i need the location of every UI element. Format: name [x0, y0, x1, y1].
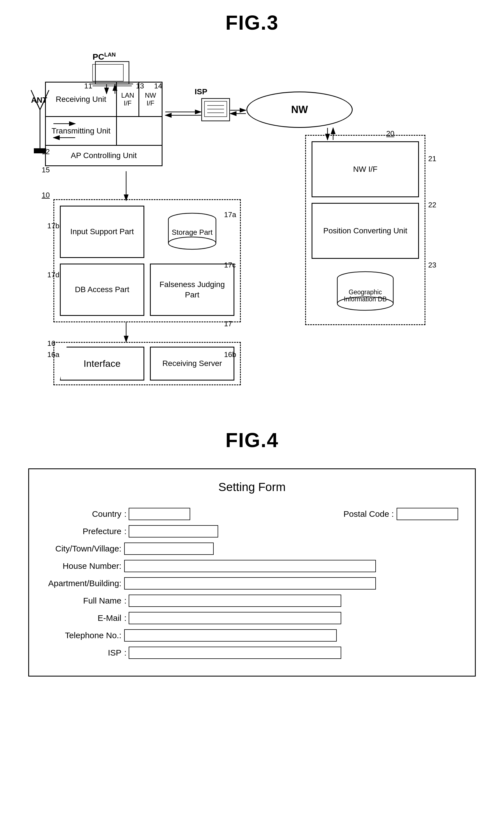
- form-row-isp: ISP :: [46, 647, 458, 659]
- label-10: 10: [42, 191, 50, 200]
- pc-label: PCLAN: [93, 51, 116, 62]
- ap-block: Receiving Unit LAN I/F NW I/F Transmitti…: [45, 82, 162, 166]
- ap-row-middle: Transmitting Unit: [46, 117, 162, 146]
- isp-colon: :: [124, 648, 126, 657]
- ap-row-top: Receiving Unit LAN I/F NW I/F: [46, 83, 162, 117]
- label-21: 21: [428, 154, 436, 163]
- storage-cell: Storage Part: [150, 206, 234, 258]
- email-colon: :: [124, 613, 126, 623]
- tel-input[interactable]: [124, 629, 337, 641]
- form-row-prefecture: Prefecture :: [46, 525, 458, 537]
- email-label: E-Mail: [46, 613, 124, 623]
- form-row-apartment: Apartment/Building:: [46, 577, 458, 590]
- position-converting-cell: Position Converting Unit: [311, 203, 419, 259]
- nw-ellipse: NW: [246, 92, 353, 128]
- interface-cell: Interface: [60, 347, 144, 381]
- city-input[interactable]: [124, 542, 214, 555]
- apartment-label: Apartment/Building:: [46, 579, 124, 588]
- svg-text:Information DB: Information DB: [344, 296, 387, 303]
- lan-if: LAN I/F: [117, 83, 139, 116]
- form-row-city: City/Town/Village:: [46, 542, 458, 555]
- svg-rect-8: [95, 62, 129, 84]
- svg-rect-10: [93, 64, 123, 81]
- label-16b: 16b: [224, 350, 236, 359]
- label-17: 17: [224, 319, 232, 328]
- form-row-tel: Telephone No.:: [46, 629, 458, 641]
- country-input[interactable]: [129, 508, 190, 520]
- label-20: 20: [386, 129, 394, 138]
- form-grid: Country : Postal Code : Prefecture : Cit…: [46, 508, 458, 659]
- label-16: 16: [47, 339, 55, 348]
- geographic-db-cell: Geographic Information DB: [311, 265, 419, 319]
- db-access-cell: DB Access Part: [60, 264, 144, 316]
- module20-box: NW I/F Position Converting Unit Geograph…: [305, 135, 425, 325]
- country-label: Country: [46, 509, 124, 519]
- postal-code-input[interactable]: [397, 508, 458, 520]
- fullname-input[interactable]: [129, 595, 341, 607]
- svg-rect-15: [205, 101, 227, 117]
- label-16a: 16a: [47, 350, 59, 359]
- fig4-title: FIG.4: [28, 429, 476, 451]
- setting-form: Setting Form Country : Postal Code : Pre…: [28, 469, 476, 677]
- postal-code-label: Postal Code :: [344, 509, 394, 519]
- label-17d: 17d: [47, 271, 59, 279]
- house-input[interactable]: [124, 560, 376, 572]
- label-22: 22: [428, 201, 436, 209]
- ant-label: ANT: [31, 96, 47, 105]
- transmitting-unit: Transmitting Unit: [46, 117, 117, 145]
- receiving-unit: Receiving Unit: [46, 83, 117, 116]
- svg-rect-14: [202, 99, 230, 121]
- svg-text:Geographic: Geographic: [349, 289, 382, 296]
- label-17c: 17c: [224, 261, 236, 270]
- input-support-cell: Input Support Part: [60, 206, 144, 258]
- prefecture-input[interactable]: [129, 525, 218, 537]
- label-15: 15: [42, 166, 50, 174]
- fig3-diagram: ANT PCLAN 11 12 13 14 15 10 Receiving Un…: [28, 42, 476, 406]
- fig3-title: FIG.3: [225, 11, 279, 34]
- isp-label: ISP: [195, 87, 207, 96]
- setting-form-title: Setting Form: [46, 481, 458, 494]
- ap-controlling-unit: AP Controlling Unit: [46, 146, 162, 165]
- receiving-server-cell: Receiving Server: [150, 347, 234, 381]
- falseness-judging-cell: Falseness Judging Part: [150, 264, 234, 316]
- fig4-section: FIG.4 Setting Form Country : Postal Code…: [28, 429, 476, 677]
- svg-point-32: [168, 237, 216, 249]
- apartment-input[interactable]: [124, 577, 376, 590]
- isp-form-label: ISP: [46, 648, 124, 657]
- bottom-module: Interface Receiving Server: [53, 342, 241, 385]
- prefecture-label: Prefecture: [46, 527, 124, 536]
- prefecture-colon: :: [124, 527, 126, 536]
- email-input[interactable]: [129, 612, 341, 624]
- fullname-label: Full Name: [46, 596, 124, 606]
- form-row-country: Country : Postal Code :: [46, 508, 458, 520]
- form-row-fullname: Full Name :: [46, 595, 458, 607]
- label-17b: 17b: [47, 222, 59, 230]
- isp-input[interactable]: [129, 647, 341, 659]
- fullname-colon: :: [124, 596, 126, 606]
- nw-if-top: NW I/F: [139, 83, 162, 116]
- label-23: 23: [428, 261, 436, 270]
- country-colon: :: [124, 509, 126, 519]
- label-17a: 17a: [224, 210, 236, 219]
- module17-box: Input Support Part Storage Part DB Acces…: [53, 199, 241, 322]
- svg-text:Storage Part: Storage Part: [172, 228, 213, 236]
- form-row-email: E-Mail :: [46, 612, 458, 624]
- nw-if2-cell: NW I/F: [311, 141, 419, 197]
- form-row-house: House Number:: [46, 560, 458, 572]
- city-label: City/Town/Village:: [46, 544, 124, 553]
- tel-label: Telephone No.:: [46, 631, 124, 640]
- house-label: House Number:: [46, 561, 124, 571]
